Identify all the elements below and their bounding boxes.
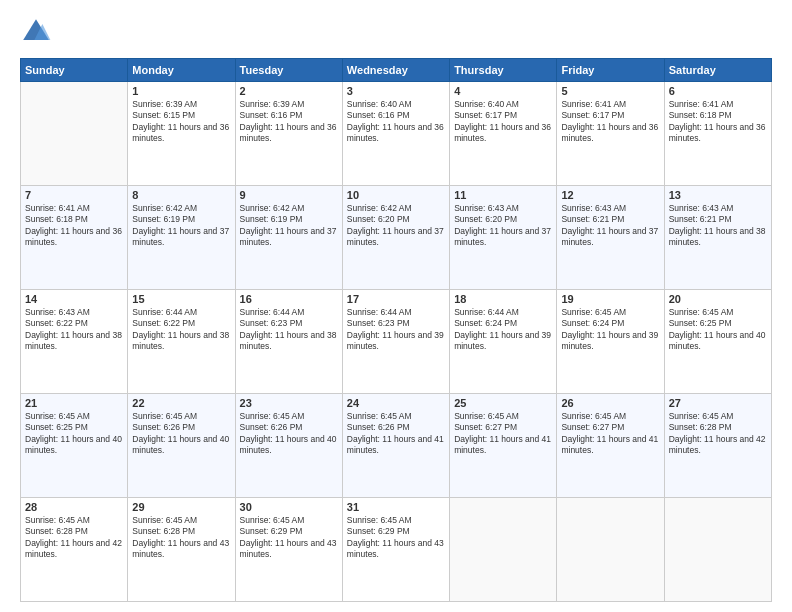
day-number: 23 <box>240 397 338 409</box>
day-info: Sunrise: 6:45 AM Sunset: 6:25 PM Dayligh… <box>25 411 123 457</box>
day-info: Sunrise: 6:41 AM Sunset: 6:17 PM Dayligh… <box>561 99 659 145</box>
day-number: 7 <box>25 189 123 201</box>
day-info: Sunrise: 6:43 AM Sunset: 6:21 PM Dayligh… <box>561 203 659 249</box>
calendar-cell: 2Sunrise: 6:39 AM Sunset: 6:16 PM Daylig… <box>235 82 342 186</box>
day-info: Sunrise: 6:45 AM Sunset: 6:29 PM Dayligh… <box>240 515 338 561</box>
day-number: 12 <box>561 189 659 201</box>
day-number: 8 <box>132 189 230 201</box>
calendar-cell: 19Sunrise: 6:45 AM Sunset: 6:24 PM Dayli… <box>557 290 664 394</box>
day-info: Sunrise: 6:42 AM Sunset: 6:20 PM Dayligh… <box>347 203 445 249</box>
day-number: 3 <box>347 85 445 97</box>
calendar-cell: 4Sunrise: 6:40 AM Sunset: 6:17 PM Daylig… <box>450 82 557 186</box>
day-number: 22 <box>132 397 230 409</box>
calendar-cell: 24Sunrise: 6:45 AM Sunset: 6:26 PM Dayli… <box>342 394 449 498</box>
day-info: Sunrise: 6:45 AM Sunset: 6:25 PM Dayligh… <box>669 307 767 353</box>
day-number: 10 <box>347 189 445 201</box>
day-info: Sunrise: 6:39 AM Sunset: 6:16 PM Dayligh… <box>240 99 338 145</box>
day-number: 18 <box>454 293 552 305</box>
calendar-cell: 30Sunrise: 6:45 AM Sunset: 6:29 PM Dayli… <box>235 498 342 602</box>
day-info: Sunrise: 6:44 AM Sunset: 6:23 PM Dayligh… <box>347 307 445 353</box>
calendar-cell: 21Sunrise: 6:45 AM Sunset: 6:25 PM Dayli… <box>21 394 128 498</box>
day-info: Sunrise: 6:45 AM Sunset: 6:27 PM Dayligh… <box>561 411 659 457</box>
day-number: 24 <box>347 397 445 409</box>
calendar-cell: 26Sunrise: 6:45 AM Sunset: 6:27 PM Dayli… <box>557 394 664 498</box>
calendar-cell: 20Sunrise: 6:45 AM Sunset: 6:25 PM Dayli… <box>664 290 771 394</box>
day-number: 26 <box>561 397 659 409</box>
day-number: 30 <box>240 501 338 513</box>
day-number: 21 <box>25 397 123 409</box>
logo-icon <box>20 16 52 48</box>
column-header-thursday: Thursday <box>450 59 557 82</box>
day-number: 16 <box>240 293 338 305</box>
day-number: 17 <box>347 293 445 305</box>
day-number: 4 <box>454 85 552 97</box>
calendar-cell: 17Sunrise: 6:44 AM Sunset: 6:23 PM Dayli… <box>342 290 449 394</box>
day-info: Sunrise: 6:45 AM Sunset: 6:28 PM Dayligh… <box>25 515 123 561</box>
day-number: 13 <box>669 189 767 201</box>
day-info: Sunrise: 6:45 AM Sunset: 6:28 PM Dayligh… <box>669 411 767 457</box>
day-info: Sunrise: 6:45 AM Sunset: 6:26 PM Dayligh… <box>132 411 230 457</box>
day-number: 28 <box>25 501 123 513</box>
day-info: Sunrise: 6:45 AM Sunset: 6:24 PM Dayligh… <box>561 307 659 353</box>
day-number: 11 <box>454 189 552 201</box>
day-number: 20 <box>669 293 767 305</box>
column-header-saturday: Saturday <box>664 59 771 82</box>
day-info: Sunrise: 6:44 AM Sunset: 6:24 PM Dayligh… <box>454 307 552 353</box>
day-info: Sunrise: 6:45 AM Sunset: 6:27 PM Dayligh… <box>454 411 552 457</box>
day-info: Sunrise: 6:45 AM Sunset: 6:26 PM Dayligh… <box>347 411 445 457</box>
calendar-cell: 8Sunrise: 6:42 AM Sunset: 6:19 PM Daylig… <box>128 186 235 290</box>
calendar-cell <box>557 498 664 602</box>
calendar-week-1: 1Sunrise: 6:39 AM Sunset: 6:15 PM Daylig… <box>21 82 772 186</box>
calendar-cell: 15Sunrise: 6:44 AM Sunset: 6:22 PM Dayli… <box>128 290 235 394</box>
page: SundayMondayTuesdayWednesdayThursdayFrid… <box>0 0 792 612</box>
calendar-cell: 22Sunrise: 6:45 AM Sunset: 6:26 PM Dayli… <box>128 394 235 498</box>
header <box>20 16 772 48</box>
day-number: 6 <box>669 85 767 97</box>
day-info: Sunrise: 6:45 AM Sunset: 6:28 PM Dayligh… <box>132 515 230 561</box>
day-info: Sunrise: 6:41 AM Sunset: 6:18 PM Dayligh… <box>25 203 123 249</box>
calendar-cell: 14Sunrise: 6:43 AM Sunset: 6:22 PM Dayli… <box>21 290 128 394</box>
column-header-wednesday: Wednesday <box>342 59 449 82</box>
column-header-monday: Monday <box>128 59 235 82</box>
day-number: 29 <box>132 501 230 513</box>
calendar-cell: 16Sunrise: 6:44 AM Sunset: 6:23 PM Dayli… <box>235 290 342 394</box>
calendar-week-2: 7Sunrise: 6:41 AM Sunset: 6:18 PM Daylig… <box>21 186 772 290</box>
calendar-header-row: SundayMondayTuesdayWednesdayThursdayFrid… <box>21 59 772 82</box>
column-header-friday: Friday <box>557 59 664 82</box>
day-number: 5 <box>561 85 659 97</box>
calendar-cell: 13Sunrise: 6:43 AM Sunset: 6:21 PM Dayli… <box>664 186 771 290</box>
day-info: Sunrise: 6:45 AM Sunset: 6:29 PM Dayligh… <box>347 515 445 561</box>
day-info: Sunrise: 6:44 AM Sunset: 6:22 PM Dayligh… <box>132 307 230 353</box>
calendar-cell: 5Sunrise: 6:41 AM Sunset: 6:17 PM Daylig… <box>557 82 664 186</box>
day-number: 31 <box>347 501 445 513</box>
calendar-cell: 1Sunrise: 6:39 AM Sunset: 6:15 PM Daylig… <box>128 82 235 186</box>
calendar-cell: 6Sunrise: 6:41 AM Sunset: 6:18 PM Daylig… <box>664 82 771 186</box>
calendar-table: SundayMondayTuesdayWednesdayThursdayFrid… <box>20 58 772 602</box>
calendar-week-4: 21Sunrise: 6:45 AM Sunset: 6:25 PM Dayli… <box>21 394 772 498</box>
calendar-cell <box>21 82 128 186</box>
day-number: 27 <box>669 397 767 409</box>
calendar-cell: 23Sunrise: 6:45 AM Sunset: 6:26 PM Dayli… <box>235 394 342 498</box>
day-number: 14 <box>25 293 123 305</box>
calendar-cell: 11Sunrise: 6:43 AM Sunset: 6:20 PM Dayli… <box>450 186 557 290</box>
day-info: Sunrise: 6:42 AM Sunset: 6:19 PM Dayligh… <box>240 203 338 249</box>
calendar-cell: 31Sunrise: 6:45 AM Sunset: 6:29 PM Dayli… <box>342 498 449 602</box>
day-number: 9 <box>240 189 338 201</box>
calendar-cell: 7Sunrise: 6:41 AM Sunset: 6:18 PM Daylig… <box>21 186 128 290</box>
calendar-cell: 9Sunrise: 6:42 AM Sunset: 6:19 PM Daylig… <box>235 186 342 290</box>
day-info: Sunrise: 6:43 AM Sunset: 6:21 PM Dayligh… <box>669 203 767 249</box>
day-number: 25 <box>454 397 552 409</box>
column-header-sunday: Sunday <box>21 59 128 82</box>
calendar-cell <box>450 498 557 602</box>
day-info: Sunrise: 6:43 AM Sunset: 6:22 PM Dayligh… <box>25 307 123 353</box>
column-header-tuesday: Tuesday <box>235 59 342 82</box>
calendar-cell: 25Sunrise: 6:45 AM Sunset: 6:27 PM Dayli… <box>450 394 557 498</box>
day-info: Sunrise: 6:43 AM Sunset: 6:20 PM Dayligh… <box>454 203 552 249</box>
calendar-cell <box>664 498 771 602</box>
calendar-cell: 27Sunrise: 6:45 AM Sunset: 6:28 PM Dayli… <box>664 394 771 498</box>
day-number: 15 <box>132 293 230 305</box>
calendar-cell: 10Sunrise: 6:42 AM Sunset: 6:20 PM Dayli… <box>342 186 449 290</box>
calendar-cell: 3Sunrise: 6:40 AM Sunset: 6:16 PM Daylig… <box>342 82 449 186</box>
calendar-cell: 29Sunrise: 6:45 AM Sunset: 6:28 PM Dayli… <box>128 498 235 602</box>
day-number: 2 <box>240 85 338 97</box>
